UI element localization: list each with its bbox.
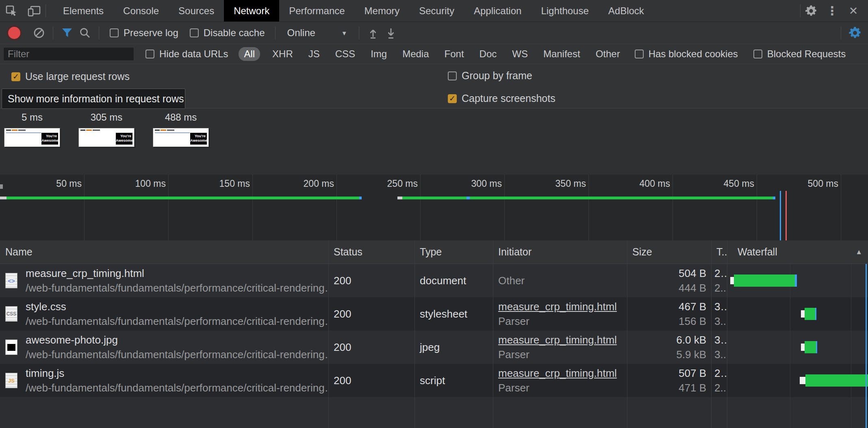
- initiator-sub: Parser: [498, 314, 627, 329]
- table-row[interactable]: CSS style.css /web-fundamentals/fundamen…: [0, 297, 868, 331]
- time-latency: 2..: [714, 380, 727, 395]
- pill-img[interactable]: Img: [367, 47, 390, 61]
- initiator-value: Other: [498, 273, 627, 288]
- use-large-request-rows-checkbox[interactable]: ✓ Use large request rows: [11, 71, 130, 82]
- filter-funnel-icon[interactable]: [58, 25, 76, 41]
- pill-js[interactable]: JS: [305, 47, 323, 61]
- column-header-name[interactable]: Name: [0, 246, 328, 258]
- timeline-overview[interactable]: 50 ms 100 ms 150 ms 200 ms 250 ms 300 ms…: [0, 175, 868, 240]
- request-path: /web-fundamentals/fundamentals/performan…: [26, 380, 328, 395]
- blocked-requests-checkbox[interactable]: Blocked Requests: [753, 48, 846, 60]
- tab-application[interactable]: Application: [464, 0, 531, 22]
- time-value: 2…: [714, 266, 727, 281]
- filmstrip-frame[interactable]: 305 ms You'reAwesome!: [78, 112, 135, 147]
- network-filter-bar: Hide data URLs All XHR JS CSS Img Media …: [0, 44, 868, 64]
- tab-security[interactable]: Security: [409, 0, 464, 22]
- table-row[interactable]: JS timing.js /web-fundamentals/fundament…: [0, 364, 868, 397]
- import-har-icon[interactable]: [364, 25, 382, 41]
- column-header-status[interactable]: Status: [328, 246, 414, 258]
- waterfall-cell: [727, 331, 868, 364]
- inspect-cursor-icon[interactable]: [0, 0, 23, 22]
- initiator-link[interactable]: measure_crp_timing.html: [498, 366, 627, 380]
- waterfall-cell: [727, 364, 868, 397]
- overview-handle[interactable]: [0, 184, 3, 189]
- column-header-time[interactable]: T..: [711, 246, 727, 258]
- image-file-icon: [5, 339, 17, 355]
- record-icon[interactable]: [8, 27, 20, 39]
- column-header-waterfall[interactable]: Waterfall ▲: [727, 240, 868, 264]
- request-name: measure_crp_timing.html: [26, 266, 328, 281]
- settings-gear-icon[interactable]: [801, 4, 822, 17]
- tab-performance[interactable]: Performance: [279, 0, 354, 22]
- pill-css[interactable]: CSS: [332, 47, 358, 61]
- filmstrip-frame[interactable]: 5 ms You'reAwesome!: [4, 112, 60, 147]
- pill-xhr[interactable]: XHR: [269, 47, 296, 61]
- load-event-marker: [786, 191, 787, 240]
- request-path: /web-fundamentals/fundamentals/performan…: [26, 347, 328, 362]
- time-latency: 3..: [714, 314, 727, 329]
- overview-activity-bar: [397, 197, 775, 199]
- screenshot-thumbnail: You'reAwesome!: [153, 128, 209, 147]
- close-icon[interactable]: ✕: [843, 4, 864, 17]
- pill-doc[interactable]: Doc: [476, 47, 500, 61]
- devtools-tabbar: Elements Console Sources Network Perform…: [0, 0, 868, 22]
- group-by-frame-checkbox[interactable]: Group by frame: [448, 70, 532, 82]
- screenshot-thumbnail: You'reAwesome!: [78, 128, 135, 147]
- screenshot-thumbnail: You'reAwesome!: [4, 128, 60, 147]
- pill-media[interactable]: Media: [399, 47, 432, 61]
- css-file-icon: CSS: [5, 306, 17, 322]
- filter-input[interactable]: [3, 47, 134, 61]
- table-header: Name Status Type Initiator Size T.. Wate…: [0, 240, 868, 264]
- tab-network[interactable]: Network: [224, 0, 279, 22]
- waterfall-bar: [805, 374, 868, 387]
- column-header-size[interactable]: Size: [627, 246, 711, 258]
- pill-all[interactable]: All: [239, 47, 260, 61]
- status-value: 200: [334, 373, 414, 388]
- hide-data-urls-checkbox[interactable]: Hide data URLs: [145, 48, 228, 60]
- throttling-dropdown[interactable]: Online ▼: [287, 27, 347, 39]
- tabbar-right-controls: ⋮ ✕: [800, 0, 868, 22]
- time-value: 3…: [714, 299, 727, 314]
- dropdown-arrow-icon: ▼: [341, 30, 347, 37]
- request-name: timing.js: [26, 366, 328, 380]
- requests-table: Name Status Type Initiator Size T.. Wate…: [0, 240, 868, 428]
- tab-lighthouse[interactable]: Lighthouse: [531, 0, 598, 22]
- column-header-type[interactable]: Type: [414, 246, 493, 258]
- status-value: 200: [334, 340, 414, 355]
- time-value: 2…: [714, 366, 727, 380]
- initiator-sub: Parser: [498, 347, 627, 362]
- size-value: 504 B: [679, 266, 706, 281]
- size-transferred: 444 B: [679, 281, 706, 295]
- clear-icon[interactable]: [30, 25, 48, 41]
- tab-console[interactable]: Console: [113, 0, 169, 22]
- filmstrip-frame[interactable]: 488 ms You'reAwesome!: [153, 112, 209, 147]
- domcontentloaded-marker: [780, 191, 781, 240]
- size-value: 467 B: [679, 299, 706, 314]
- tab-sources[interactable]: Sources: [169, 0, 224, 22]
- pill-manifest[interactable]: Manifest: [540, 47, 584, 61]
- pill-ws[interactable]: WS: [509, 47, 531, 61]
- initiator-link[interactable]: measure_crp_timing.html: [498, 299, 627, 314]
- time-value: 3…: [714, 333, 727, 347]
- pill-font[interactable]: Font: [441, 47, 467, 61]
- waterfall-bar: [805, 341, 816, 353]
- table-row[interactable]: awesome-photo.jpg /web-fundamentals/fund…: [0, 331, 868, 364]
- tab-adblock[interactable]: AdBlock: [599, 0, 654, 22]
- preserve-log-checkbox[interactable]: Preserve log: [110, 27, 178, 39]
- time-latency: 2..: [714, 281, 727, 295]
- kebab-menu-icon[interactable]: ⋮: [822, 4, 843, 18]
- tab-elements[interactable]: Elements: [53, 0, 113, 22]
- disable-cache-box: [190, 28, 199, 37]
- tab-memory[interactable]: Memory: [355, 0, 410, 22]
- device-toolbar-icon[interactable]: [23, 0, 46, 22]
- search-icon[interactable]: [76, 25, 94, 41]
- network-settings-gear-icon[interactable]: [846, 25, 864, 41]
- pill-other[interactable]: Other: [592, 47, 623, 61]
- export-har-icon[interactable]: [382, 25, 400, 41]
- initiator-link[interactable]: measure_crp_timing.html: [498, 333, 627, 347]
- has-blocked-cookies-checkbox[interactable]: Has blocked cookies: [635, 48, 738, 60]
- table-row[interactable]: <> measure_crp_timing.html /web-fundamen…: [0, 264, 868, 297]
- disable-cache-checkbox[interactable]: Disable cache: [190, 27, 265, 39]
- column-header-initiator[interactable]: Initiator: [493, 246, 627, 258]
- capture-screenshots-checkbox[interactable]: ✓ Capture screenshots: [448, 93, 556, 104]
